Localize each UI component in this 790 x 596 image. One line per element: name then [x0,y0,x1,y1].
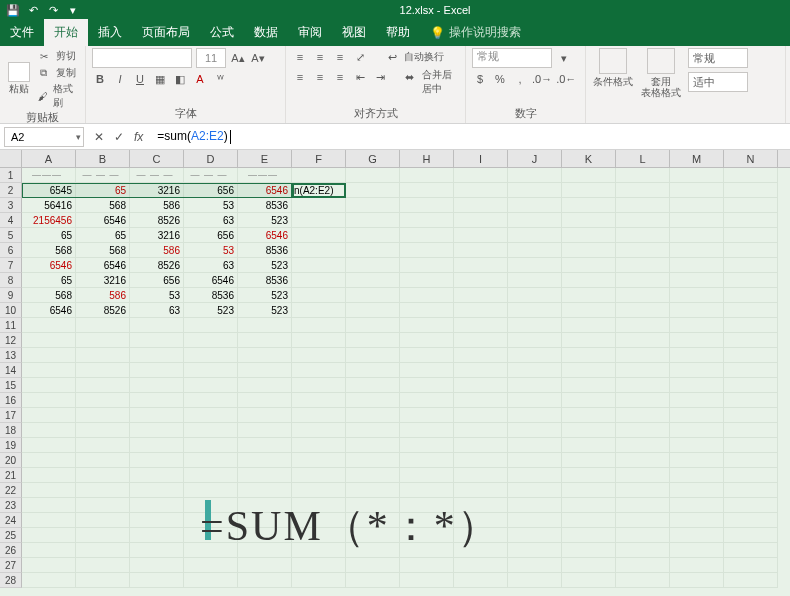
cell[interactable] [724,303,778,318]
cell[interactable] [670,483,724,498]
qat-customise-icon[interactable]: ▾ [66,3,80,17]
row-header-17[interactable]: 17 [0,408,22,423]
tab-insert[interactable]: 插入 [88,19,132,46]
orientation-icon[interactable]: ⤢ [352,48,368,66]
cell[interactable] [400,393,454,408]
cell[interactable] [292,318,346,333]
cell[interactable] [76,318,130,333]
row-header-3[interactable]: 3 [0,198,22,213]
cell[interactable] [616,213,670,228]
row-header-26[interactable]: 26 [0,543,22,558]
cell[interactable] [724,288,778,303]
cell[interactable] [292,288,346,303]
cell[interactable] [562,453,616,468]
cell[interactable]: 6546 [22,258,76,273]
percent-icon[interactable]: % [492,70,508,88]
cell[interactable]: 568 [22,243,76,258]
cell[interactable] [724,243,778,258]
tab-review[interactable]: 审阅 [288,19,332,46]
cell[interactable] [670,438,724,453]
cell[interactable] [346,333,400,348]
align-left-icon[interactable]: ≡ [292,68,308,86]
cell[interactable]: 53 [184,198,238,213]
cell[interactable] [346,348,400,363]
cell[interactable] [670,183,724,198]
cell[interactable] [562,393,616,408]
cell[interactable] [184,573,238,588]
cell[interactable] [454,363,508,378]
align-top-icon[interactable]: ≡ [292,48,308,66]
cell[interactable] [400,168,454,183]
tab-help[interactable]: 帮助 [376,19,420,46]
cell[interactable] [670,378,724,393]
cell[interactable] [454,318,508,333]
cell[interactable] [670,513,724,528]
cell[interactable]: 568 [76,243,130,258]
name-box[interactable]: A2▾ [4,127,84,147]
cell[interactable] [508,363,562,378]
cell[interactable] [616,453,670,468]
decrease-font-icon[interactable]: A▾ [250,49,266,67]
cell[interactable] [346,303,400,318]
cell[interactable] [616,363,670,378]
cell[interactable] [562,213,616,228]
cell[interactable] [400,198,454,213]
cell[interactable] [724,228,778,243]
cell[interactable] [562,318,616,333]
cell[interactable] [346,213,400,228]
increase-font-icon[interactable]: A▴ [230,49,246,67]
cell[interactable]: 3216 [76,273,130,288]
cell[interactable] [724,168,778,183]
row-header-23[interactable]: 23 [0,498,22,513]
cell[interactable] [454,573,508,588]
cell[interactable] [130,513,184,528]
cell[interactable] [184,378,238,393]
cell[interactable] [292,393,346,408]
cell-style-good[interactable]: 适中 [688,72,748,92]
cell[interactable]: 656 [184,183,238,198]
cell[interactable] [616,258,670,273]
cond-format-button[interactable]: 条件格式 [592,48,634,87]
cancel-edit-icon[interactable]: ✕ [94,130,104,144]
cell[interactable] [724,318,778,333]
row-header-19[interactable]: 19 [0,438,22,453]
cell[interactable] [562,198,616,213]
cell[interactable] [616,393,670,408]
currency-icon[interactable]: $ [472,70,488,88]
cell[interactable] [616,198,670,213]
cell[interactable] [22,573,76,588]
cell[interactable] [346,483,400,498]
cell[interactable] [616,273,670,288]
cell[interactable] [724,408,778,423]
cell[interactable] [670,243,724,258]
cell[interactable] [184,468,238,483]
cell[interactable] [346,288,400,303]
cell[interactable] [616,408,670,423]
select-all-corner[interactable] [0,150,22,167]
cell[interactable] [76,498,130,513]
cell-style-normal[interactable]: 常规 [688,48,748,68]
cell[interactable]: — — — [76,168,130,183]
cell[interactable] [238,363,292,378]
cell[interactable] [130,498,184,513]
cell[interactable] [508,453,562,468]
cell[interactable] [346,573,400,588]
cell[interactable] [562,483,616,498]
row-header-11[interactable]: 11 [0,318,22,333]
spreadsheet-grid[interactable]: ABCDEFGHIJKLMN 1234567891011121314151617… [0,150,790,596]
cell[interactable] [508,378,562,393]
cell[interactable] [454,198,508,213]
cell[interactable]: 8536 [184,288,238,303]
cell[interactable] [724,213,778,228]
row-header-20[interactable]: 20 [0,453,22,468]
cut-button[interactable]: ✂剪切 [36,48,79,64]
cell[interactable] [292,273,346,288]
cell[interactable]: 6545 [22,183,76,198]
cell[interactable] [616,513,670,528]
cell[interactable]: 568 [76,198,130,213]
cell[interactable] [508,528,562,543]
cell[interactable] [400,318,454,333]
cell[interactable] [400,483,454,498]
cell[interactable] [454,228,508,243]
italic-button[interactable]: I [112,70,128,88]
